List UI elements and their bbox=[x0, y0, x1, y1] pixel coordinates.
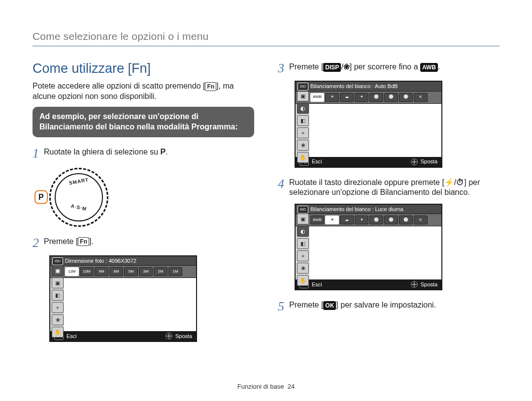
footer-right: Sposta bbox=[166, 333, 192, 339]
page: Come selezionare le opzioni o i menu Com… bbox=[0, 0, 532, 401]
chip: 9M bbox=[95, 267, 108, 276]
chip: ⚪ bbox=[399, 216, 413, 224]
side-icon: ❀ bbox=[52, 314, 64, 325]
breadcrumb: Come selezionare le opzioni o i menu bbox=[33, 30, 499, 46]
screen-title-text: Dimensione foto : 4096X3072 bbox=[65, 258, 136, 264]
chip: ⚪ bbox=[399, 93, 413, 102]
side-icon: ▣ bbox=[297, 214, 309, 224]
flash-icon: ⚡ bbox=[444, 178, 454, 186]
screen-wb-auto: ▣ ◐ ◧ + ❀ ✋ ISO Bilanciamento del bianco… bbox=[295, 81, 442, 167]
side-icon: + bbox=[297, 127, 309, 138]
esci-label: Esci bbox=[312, 158, 322, 165]
intro-a: Potete accedere alle opzioni di scatto p… bbox=[33, 82, 205, 90]
side-icon: ◧ bbox=[52, 290, 64, 301]
step-2: 2 Premete [Fn]. bbox=[33, 237, 254, 249]
iso-icon: ISO bbox=[298, 83, 308, 91]
step-3: 3 Premete [DISP/❀] per scorrere fino a A… bbox=[278, 62, 499, 75]
dpad-icon bbox=[166, 333, 172, 339]
chip: ⚪ bbox=[369, 216, 383, 224]
option-band: 12M 10M 9M 8M 5M 3M 2M 1M bbox=[50, 266, 196, 278]
chip: ⚪ bbox=[369, 93, 383, 102]
side-icon: ❀ bbox=[297, 140, 309, 151]
chip: 3M bbox=[139, 267, 153, 276]
iso-icon: ISO bbox=[298, 206, 308, 214]
fn-badge-icon: Fn bbox=[205, 82, 216, 91]
mode-dial-icon: P SMART A·S·M bbox=[49, 168, 108, 227]
esci-label: Esci bbox=[312, 281, 322, 288]
step-num: 1 bbox=[33, 147, 39, 160]
side-icon: ◐ bbox=[297, 103, 309, 114]
footer-right: Sposta bbox=[411, 281, 437, 288]
dpad-icon bbox=[411, 158, 418, 165]
esci-label: Esci bbox=[66, 333, 77, 339]
macro-icon: ❀ bbox=[343, 62, 350, 71]
step-text: Ruotate la ghiera di selezione su P. bbox=[44, 147, 254, 160]
chip: AWB bbox=[310, 216, 324, 224]
ok-badge-icon: OK bbox=[323, 301, 336, 310]
screen-title: ISO Bilanciamento del bianco : Auto BdB bbox=[296, 82, 441, 91]
sposta-label: Sposta bbox=[421, 281, 437, 288]
s3d: . bbox=[438, 62, 440, 71]
right-column: 3 Premete [DISP/❀] per scorrere fino a A… bbox=[278, 60, 499, 342]
step-text: Premete [OK] per salvare le impostazioni… bbox=[289, 300, 499, 313]
screen-title: ISO Dimensione foto : 4096X3072 bbox=[50, 256, 196, 266]
chip: ☁ bbox=[340, 93, 354, 102]
note-box: Ad esempio, per selezionare un'opzione d… bbox=[33, 107, 254, 137]
left-column: Come utilizzare [Fn] Potete accedere all… bbox=[33, 60, 254, 342]
awb-badge-icon: AWB bbox=[420, 63, 438, 72]
timer-icon: ⏱ bbox=[456, 178, 464, 186]
fn-badge-icon: Fn bbox=[78, 237, 89, 246]
chip: ✦ bbox=[355, 216, 368, 224]
step2-a: Premete [ bbox=[44, 237, 78, 246]
side-icon: ◧ bbox=[297, 115, 309, 126]
side-icon: ▣ bbox=[52, 278, 64, 288]
chip: ☀ bbox=[325, 93, 339, 102]
step-text: Ruotate il tasto direzionale oppure prem… bbox=[289, 178, 499, 198]
side-icon: + bbox=[297, 250, 309, 261]
step-1: 1 Ruotate la ghiera di selezione su P. bbox=[33, 147, 254, 160]
side-icon: ✋ bbox=[297, 275, 309, 286]
side-icon: ✋ bbox=[297, 152, 309, 163]
step-num: 5 bbox=[278, 300, 284, 313]
screen-title: ISO Bilanciamento del bianco : Luce diur… bbox=[296, 205, 441, 214]
s3c: ] per scorrere fino a bbox=[350, 62, 420, 71]
sposta-label: Sposta bbox=[421, 158, 437, 165]
chip: 5M bbox=[124, 267, 138, 276]
chip: 1M bbox=[168, 267, 182, 276]
chip: K bbox=[414, 216, 428, 224]
dial-smart: SMART bbox=[68, 176, 89, 186]
s5b: ] per salvare le impostazioni. bbox=[336, 301, 436, 309]
step-num: 3 bbox=[278, 62, 284, 75]
chip: ✦ bbox=[355, 93, 368, 102]
chip: 2M bbox=[154, 267, 167, 276]
chip: 10M bbox=[80, 267, 94, 276]
chip: 8M bbox=[109, 267, 123, 276]
screen-photo-size: ▣ ▣ ◧ + ❀ ✋ ISO Dimensione foto : 4096X3… bbox=[49, 255, 197, 342]
step-5: 5 Premete [OK] per salvare le impostazio… bbox=[278, 300, 499, 313]
screen-title-text: Bilanciamento del bianco : Auto BdB bbox=[310, 83, 398, 89]
step-text: Premete [Fn]. bbox=[44, 237, 254, 249]
step-4: 4 Ruotate il tasto direzionale oppure pr… bbox=[278, 178, 499, 198]
chip: ☁ bbox=[340, 216, 354, 224]
chip: ⚪ bbox=[384, 93, 398, 102]
dpad-icon bbox=[411, 281, 418, 288]
s5a: Premete [ bbox=[289, 301, 323, 309]
chip: ☀ bbox=[325, 216, 339, 224]
step1-b: . bbox=[166, 148, 167, 156]
dial-p: P bbox=[34, 190, 48, 204]
p-icon: P bbox=[161, 148, 166, 156]
page-number: 24 bbox=[288, 383, 295, 390]
side-icon: ▣ bbox=[52, 265, 64, 276]
chip: K bbox=[414, 93, 428, 102]
side-icon: ◧ bbox=[297, 238, 309, 249]
option-band: AWB ☀ ☁ ✦ ⚪ ⚪ ⚪ K bbox=[296, 214, 441, 226]
side-icon: ❀ bbox=[297, 263, 309, 274]
step2-b: ]. bbox=[89, 237, 94, 246]
side-icon: ▣ bbox=[297, 91, 309, 101]
s3a: Premete [ bbox=[289, 62, 323, 71]
screen-body bbox=[309, 226, 441, 279]
iso-icon: ISO bbox=[52, 257, 63, 265]
screen-title-text: Bilanciamento del bianco : Luce diurna bbox=[310, 206, 403, 212]
side-icon: + bbox=[52, 302, 64, 313]
screen-wb-daylight: ▣ ◐ ◧ + ❀ ✋ ISO Bilanciamento del bianco… bbox=[295, 204, 442, 290]
